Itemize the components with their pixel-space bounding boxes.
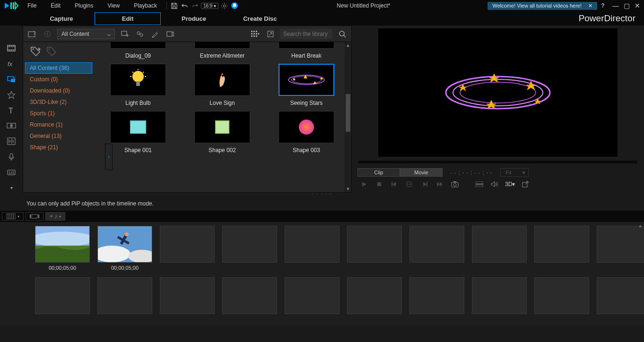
quality-icon[interactable] (475, 180, 484, 188)
tag-general[interactable]: General (13) (25, 130, 92, 142)
storyboard-slot-empty[interactable] (285, 277, 339, 314)
maximize-button[interactable]: ▢ (624, 2, 630, 9)
tag-all-content[interactable]: All Content (36) (25, 62, 92, 74)
storyboard-slot-empty[interactable] (97, 277, 152, 314)
tag-icon[interactable] (46, 46, 58, 59)
mode-edit[interactable]: Edit (95, 12, 161, 25)
movie-mode-button[interactable]: Movie (400, 168, 443, 177)
new-pip-icon[interactable] (120, 29, 130, 39)
redo-icon[interactable] (191, 1, 200, 10)
storyboard-slot-empty[interactable] (597, 277, 644, 314)
storyboard-view-icon[interactable] (26, 212, 44, 221)
snapshot-icon[interactable] (450, 180, 460, 188)
edit-pen-icon[interactable] (150, 29, 160, 39)
thumb-shape-001[interactable]: Shape 001 (103, 111, 174, 158)
expand-icon[interactable] (265, 29, 276, 39)
title-room-icon[interactable]: T (5, 105, 17, 115)
storyboard-slot-empty[interactable] (597, 226, 644, 263)
step-back-icon[interactable] (405, 180, 414, 188)
menu-playback[interactable]: Playback (127, 1, 164, 10)
media-room-icon[interactable] (5, 43, 17, 53)
pip-room-icon[interactable] (5, 75, 17, 85)
storyboard-slot-empty[interactable] (534, 226, 589, 263)
storyboard-slot-empty[interactable] (160, 226, 215, 263)
storyboard-slot-empty[interactable] (347, 277, 402, 314)
aspect-ratio-selector[interactable]: 16:9 ▾ (201, 3, 218, 9)
fx-room-icon[interactable]: fx (5, 59, 17, 69)
undo-icon[interactable] (180, 1, 190, 10)
settings-icon[interactable] (219, 1, 229, 10)
fast-forward-icon[interactable] (435, 180, 444, 188)
search-icon[interactable] (337, 29, 348, 39)
storyboard-slot-empty[interactable] (222, 277, 277, 314)
mode-create-disc[interactable]: Create Disc (227, 12, 293, 25)
tag-add-icon[interactable] (30, 46, 42, 59)
clip-mode-button[interactable]: Clip (357, 168, 400, 177)
storyboard-slot-empty[interactable] (409, 277, 464, 314)
more-rooms-icon[interactable]: ▾ (5, 183, 17, 193)
close-icon[interactable]: ✕ (588, 3, 592, 9)
close-button[interactable]: ✕ (635, 2, 640, 9)
mode-capture[interactable]: Capture (28, 12, 95, 25)
thumb-shape-003[interactable]: Shape 003 (271, 111, 342, 158)
scroll-up-icon[interactable]: ▲ (637, 224, 643, 230)
audio-room-icon[interactable] (5, 137, 17, 146)
voiceover-room-icon[interactable] (5, 152, 17, 162)
preview-seek-slider[interactable] (358, 161, 637, 163)
storyboard-slot-empty[interactable] (534, 277, 589, 314)
tag-downloaded[interactable]: Downloaded (0) (25, 85, 92, 96)
stop-icon[interactable] (374, 180, 384, 188)
collapse-handle[interactable]: ‹ (105, 144, 113, 170)
timeline-view-icon[interactable]: ▾ (2, 212, 24, 221)
thumb-light-bulb[interactable]: Light Bulb (103, 64, 174, 111)
storyboard-slot-1[interactable] (35, 226, 90, 263)
import-icon[interactable] (27, 29, 37, 39)
tag-sports[interactable]: Sports (1) (25, 108, 92, 119)
thumb-dialog-09[interactable]: Dialog_09 (103, 42, 174, 64)
tag-shape[interactable]: Shape (21) (25, 142, 92, 153)
add-track-icon[interactable]: + ♪ ▾ (45, 212, 65, 221)
storyboard-slot-empty[interactable] (409, 226, 464, 263)
library-scrollbar[interactable]: ▲ ▼ (345, 42, 351, 192)
prev-frame-icon[interactable] (390, 180, 399, 188)
3d-toggle[interactable]: 3D ▾ (505, 180, 515, 188)
help-icon[interactable]: ? (598, 1, 608, 10)
menu-file[interactable]: File (21, 1, 43, 10)
scrollbar-thumb[interactable] (346, 94, 350, 132)
download-icon[interactable] (42, 29, 52, 39)
tag-3d[interactable]: 3D/3D-Like (2) (25, 96, 92, 108)
welcome-banner[interactable]: Welcome! View all tutorial videos here! … (487, 2, 597, 10)
scroll-down-icon[interactable]: ▼ (345, 186, 351, 192)
minimize-button[interactable]: — (612, 2, 619, 9)
volume-icon[interactable] (490, 180, 499, 188)
mode-produce[interactable]: Produce (161, 12, 227, 25)
tag-custom[interactable]: Custom (0) (25, 74, 92, 85)
particle-room-icon[interactable] (5, 90, 17, 100)
storyboard-slot-empty[interactable] (222, 226, 277, 263)
menu-edit[interactable]: Edit (44, 1, 67, 10)
search-input[interactable] (280, 29, 332, 39)
storyboard-slot-empty[interactable] (472, 277, 527, 314)
storyboard-slot-empty[interactable] (35, 277, 90, 314)
storyboard-slot-2[interactable] (97, 226, 152, 263)
tag-romance[interactable]: Romance (1) (25, 119, 92, 130)
splitter-handle[interactable]: • • • • • (0, 193, 644, 197)
transition-room-icon[interactable] (5, 121, 17, 131)
storyboard-slot-empty[interactable] (285, 226, 339, 263)
thumb-love-sign[interactable]: Love Sign (187, 64, 258, 111)
storyboard-slot-empty[interactable] (347, 226, 402, 263)
scroll-up-icon[interactable]: ▲ (345, 42, 351, 49)
export-icon[interactable] (165, 29, 175, 39)
chapter-room-icon[interactable]: 123 (5, 167, 17, 177)
storyboard-slot-empty[interactable] (472, 226, 527, 263)
grid-view-icon[interactable]: ▾ (250, 29, 261, 39)
modify-icon[interactable] (135, 29, 145, 39)
notification-bell-icon[interactable] (230, 1, 239, 10)
storyboard-slot-empty[interactable] (160, 277, 215, 314)
thumb-heart-break[interactable]: Heart Break (271, 42, 342, 64)
thumb-extreme-altimeter[interactable]: Extreme Altimeter (187, 42, 258, 64)
popout-icon[interactable] (521, 180, 530, 188)
thumb-shape-002[interactable]: Shape 002 (187, 111, 258, 158)
save-icon[interactable] (170, 1, 179, 10)
content-filter-dropdown[interactable]: All Content ⌵ (57, 29, 115, 39)
